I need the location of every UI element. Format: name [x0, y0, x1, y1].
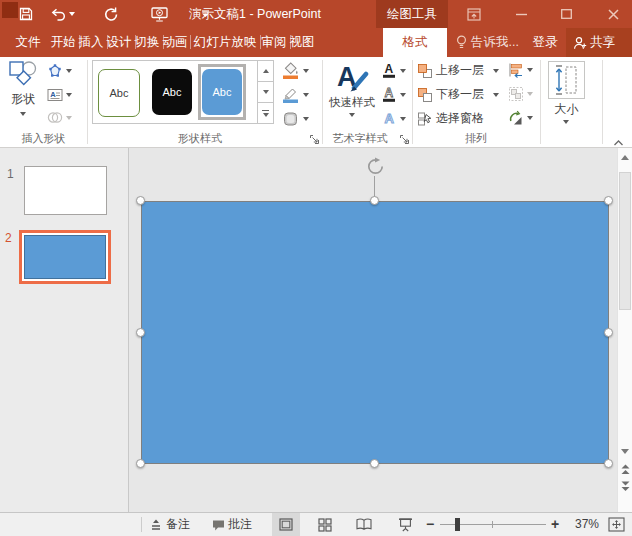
- tab-view[interactable]: 视图: [289, 28, 315, 57]
- tab-animations[interactable]: 动画: [162, 28, 188, 57]
- selection-pane-button[interactable]: 选择窗格: [417, 110, 484, 127]
- resize-handle-middle-right[interactable]: [604, 328, 613, 337]
- zoom-in-button[interactable]: +: [551, 513, 559, 536]
- tab-format-active[interactable]: 格式: [383, 28, 447, 57]
- shape-style-tile-3[interactable]: Abc: [202, 69, 242, 115]
- maximize-button[interactable]: [549, 0, 583, 28]
- shapes-gallery-button[interactable]: 形状: [4, 59, 42, 131]
- gallery-scroll-down-button[interactable]: [257, 81, 274, 103]
- text-effects-button[interactable]: A: [381, 110, 406, 127]
- scroll-down-button[interactable]: [618, 444, 632, 459]
- slide-1-thumbnail[interactable]: [24, 166, 107, 215]
- align-dropdown-arrow[interactable]: [527, 68, 533, 72]
- comment-icon: [212, 519, 225, 531]
- resize-handle-bottom-middle[interactable]: [370, 459, 379, 468]
- save-button[interactable]: [14, 0, 38, 28]
- tab-design[interactable]: 设计: [106, 28, 132, 57]
- group-objects-icon: [508, 86, 524, 102]
- share-zone[interactable]: 共享: [566, 28, 632, 57]
- text-fill-button[interactable]: A: [381, 62, 406, 79]
- rotate-dropdown-arrow[interactable]: [527, 116, 533, 120]
- shape-style-tile-3-selected[interactable]: Abc: [198, 64, 246, 120]
- text-outline-dropdown-arrow[interactable]: [400, 93, 406, 97]
- selection-pane-icon: [417, 111, 433, 127]
- selected-rectangle-shape[interactable]: [141, 201, 609, 464]
- collapse-ribbon-button[interactable]: [612, 139, 625, 147]
- undo-dropdown-arrow[interactable]: [69, 12, 75, 16]
- edit-shape-button[interactable]: [47, 63, 72, 79]
- next-slide-button[interactable]: [618, 479, 632, 494]
- tab-insert[interactable]: 插入: [78, 28, 104, 57]
- tab-transitions[interactable]: 切换: [134, 28, 160, 57]
- text-effects-dropdown-arrow[interactable]: [400, 117, 406, 121]
- tab-file[interactable]: 文件: [6, 28, 50, 57]
- shapes-dropdown-arrow: [20, 112, 26, 116]
- minimize-button[interactable]: [504, 0, 538, 28]
- slide-2-thumbnail-shape: [24, 235, 106, 279]
- fit-slide-to-window-button[interactable]: [604, 513, 628, 536]
- view-reading-button[interactable]: [350, 513, 378, 536]
- send-backward-button[interactable]: 下移一层: [417, 86, 499, 103]
- resize-handle-top-right[interactable]: [604, 196, 613, 205]
- tab-slideshow[interactable]: 幻灯片放映: [193, 28, 257, 57]
- ribbon-display-options-button[interactable]: [458, 0, 490, 28]
- gallery-more-button[interactable]: [257, 102, 274, 124]
- contextual-tab-group-drawing-tools[interactable]: 绘图工具: [376, 0, 448, 28]
- tab-home[interactable]: 开始: [50, 28, 76, 57]
- wordart-styles-dialog-launcher[interactable]: [399, 134, 410, 145]
- quick-styles-button[interactable]: A 快速样式: [325, 59, 379, 133]
- shape-fill-button[interactable]: [282, 62, 309, 80]
- bring-forward-icon: [417, 63, 433, 79]
- send-backward-dropdown-arrow[interactable]: [493, 93, 499, 97]
- text-box-button[interactable]: A: [47, 87, 72, 103]
- align-button[interactable]: [508, 62, 533, 78]
- zoom-out-button[interactable]: −: [426, 513, 434, 536]
- resize-handle-bottom-left[interactable]: [136, 459, 145, 468]
- size-dropdown-arrow[interactable]: [563, 120, 569, 124]
- shape-fill-dropdown-arrow[interactable]: [303, 69, 309, 73]
- bring-forward-button[interactable]: 上移一层: [417, 62, 499, 79]
- redo-button[interactable]: [98, 0, 122, 28]
- view-slide-sorter-button[interactable]: [311, 513, 339, 536]
- zoom-level[interactable]: 37%: [569, 513, 599, 536]
- tell-me-box[interactable]: 告诉我...: [470, 28, 520, 57]
- text-box-dropdown-arrow[interactable]: [66, 93, 72, 97]
- comments-toggle-button[interactable]: 批注: [228, 513, 252, 536]
- shape-styles-dialog-launcher[interactable]: [309, 134, 320, 145]
- shape-style-tile-1[interactable]: Abc: [98, 69, 140, 117]
- scrollbar-thumb[interactable]: [619, 172, 631, 310]
- rotate-objects-button[interactable]: [508, 110, 533, 126]
- group-separator: [87, 60, 88, 144]
- text-outline-icon: A: [381, 86, 397, 103]
- view-normal-button[interactable]: [272, 513, 300, 536]
- shape-effects-dropdown-arrow[interactable]: [303, 117, 309, 121]
- resize-handle-top-left[interactable]: [136, 196, 145, 205]
- close-button[interactable]: [596, 0, 630, 28]
- scroll-up-button[interactable]: [618, 150, 632, 165]
- bring-forward-dropdown-arrow[interactable]: [493, 69, 499, 73]
- slide-2-thumbnail-selected[interactable]: [19, 230, 111, 284]
- zoom-slider-handle[interactable]: [455, 518, 460, 531]
- slide-2-number: 2: [5, 231, 12, 245]
- edit-shape-dropdown-arrow[interactable]: [66, 69, 72, 73]
- previous-slide-button[interactable]: [618, 462, 632, 477]
- shape-effects-button[interactable]: [282, 110, 309, 128]
- shape-outline-button[interactable]: [282, 86, 309, 104]
- resize-handle-top-middle[interactable]: [370, 196, 379, 205]
- text-outline-button[interactable]: A: [381, 86, 406, 103]
- sign-in-link[interactable]: 登录: [528, 28, 562, 57]
- resize-handle-bottom-right[interactable]: [604, 459, 613, 468]
- size-button[interactable]: [548, 61, 585, 99]
- view-slideshow-button[interactable]: [391, 513, 419, 536]
- notes-toggle-button[interactable]: 备注: [166, 513, 190, 536]
- rotate-handle[interactable]: [366, 157, 385, 176]
- resize-handle-middle-left[interactable]: [136, 328, 145, 337]
- slide-1-number: 1: [7, 167, 14, 181]
- shape-outline-dropdown-arrow[interactable]: [303, 93, 309, 97]
- text-fill-dropdown-arrow[interactable]: [400, 69, 406, 73]
- tab-review[interactable]: 审阅: [261, 28, 287, 57]
- shape-style-tile-2[interactable]: Abc: [152, 69, 192, 115]
- gallery-scroll-up-button[interactable]: [257, 60, 274, 82]
- share-button[interactable]: 共享: [590, 28, 630, 57]
- undo-button[interactable]: [46, 0, 78, 28]
